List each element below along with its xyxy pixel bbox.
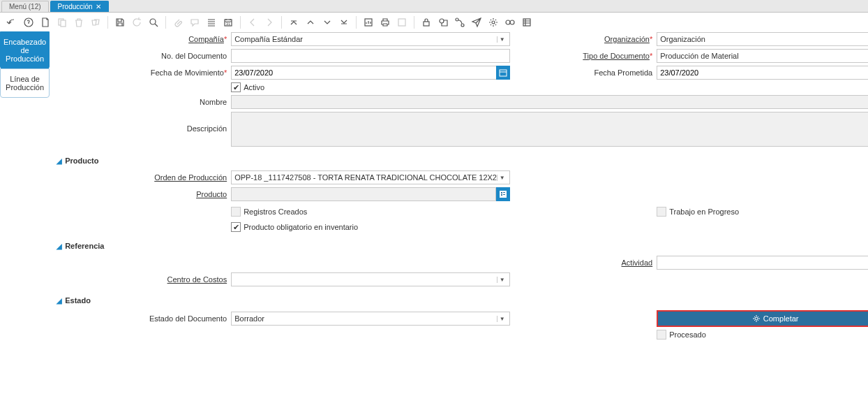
print-preview-icon <box>396 16 408 29</box>
label-descripcion: Descripción <box>57 112 231 133</box>
field-nodoc[interactable] <box>231 49 510 63</box>
collapse-icon[interactable]: ◢ <box>57 297 62 305</box>
grid-toggle-icon[interactable] <box>205 16 218 29</box>
svg-point-12 <box>492 21 495 24</box>
checkbox-activo[interactable]: ✔ Activo <box>231 82 264 92</box>
sidebar-tab-encabezado[interactable]: Encabezado de Producción <box>0 31 50 69</box>
report-icon[interactable] <box>362 16 375 29</box>
svg-point-14 <box>510 20 514 24</box>
nav-up-icon[interactable] <box>304 16 317 29</box>
checkbox-prodoblig[interactable]: ✔ Producto obligatorio en inventario <box>231 222 358 232</box>
label-fechaprom: Fecha Prometida <box>510 68 657 77</box>
undo-icon[interactable] <box>6 16 18 29</box>
button-completar[interactable]: Completar <box>657 310 868 327</box>
svg-rect-16 <box>500 70 507 76</box>
section-producto[interactable]: ◢ Producto <box>57 155 868 166</box>
print-icon[interactable] <box>379 16 391 29</box>
label-regcreados: Registros Creados <box>244 207 307 216</box>
delete-icon <box>73 16 85 29</box>
svg-rect-7 <box>398 19 405 26</box>
chevron-down-icon[interactable]: ▼ <box>497 316 507 322</box>
label-organizacion: Organización* <box>510 35 657 43</box>
label-nodoc: No. del Documento <box>57 52 231 60</box>
svg-point-9 <box>440 19 444 23</box>
lock-icon[interactable] <box>420 16 433 29</box>
label-ordenprod: Orden de Producción <box>57 173 231 182</box>
svg-rect-21 <box>501 194 502 196</box>
info-icon[interactable] <box>504 16 516 29</box>
separator <box>281 16 282 29</box>
separator <box>356 16 357 29</box>
field-compania[interactable]: Compañía Estándar▼ <box>231 32 510 46</box>
svg-rect-2 <box>61 20 66 27</box>
close-icon[interactable]: ✕ <box>96 3 101 10</box>
label-prodoblig: Producto obligatorio en inventario <box>244 223 358 231</box>
sidebar-tab-linea[interactable]: Línea de Producción <box>0 68 50 98</box>
label-activo: Activo <box>244 83 264 92</box>
field-fechaprom[interactable] <box>657 66 868 80</box>
label-nombre: Nombre <box>57 98 231 106</box>
field-nombre[interactable] <box>231 95 868 109</box>
svg-text:31: 31 <box>226 22 231 26</box>
field-estadodoc[interactable]: Borrador▼ <box>231 312 510 326</box>
checkbox-trabprogreso: Trabajo en Progreso <box>657 207 739 217</box>
csv-icon[interactable] <box>521 16 533 29</box>
field-centrocostos[interactable]: ▼ <box>231 272 510 286</box>
refresh-icon <box>130 16 143 29</box>
nav-down-icon[interactable] <box>321 16 334 29</box>
nav-last-icon[interactable] <box>338 16 350 29</box>
tab-menu[interactable]: Menú (12) <box>1 1 49 12</box>
gear-icon[interactable] <box>487 16 500 29</box>
zoom-icon[interactable] <box>437 16 449 29</box>
tab-produccion[interactable]: Producción ✕ <box>50 1 109 12</box>
chevron-down-icon[interactable]: ▼ <box>497 175 507 181</box>
chat-icon <box>188 16 201 29</box>
chevron-down-icon[interactable]: ▼ <box>497 277 507 283</box>
section-referencia[interactable]: ◢ Referencia <box>57 240 868 251</box>
calendar-picker-icon[interactable] <box>496 66 510 80</box>
separator <box>414 16 414 29</box>
label-fechamov: Fecha de Movimiento* <box>57 68 231 77</box>
field-producto[interactable] <box>231 187 496 201</box>
field-fechamov[interactable] <box>231 66 497 80</box>
label-producto: Producto <box>57 190 231 198</box>
field-ordenprod[interactable]: OPP-18 _1117427508 - TORTA RENATA TRADIC… <box>231 170 510 184</box>
svg-point-13 <box>506 20 510 24</box>
new-icon[interactable] <box>39 16 52 29</box>
checkbox-regcreados: Registros Creados <box>231 207 307 217</box>
svg-point-3 <box>150 19 156 24</box>
attach-icon <box>172 16 184 29</box>
svg-rect-22 <box>503 194 505 195</box>
workflow-icon[interactable] <box>454 16 466 29</box>
search-icon[interactable] <box>147 16 160 29</box>
label-centrocostos: Centro de Costos <box>57 275 231 284</box>
chevron-down-icon[interactable]: ▼ <box>497 36 507 43</box>
field-descripcion[interactable] <box>231 112 868 147</box>
calendar-icon[interactable]: 31 <box>222 16 234 29</box>
request-icon[interactable] <box>470 16 483 29</box>
collapse-icon[interactable]: ◢ <box>57 157 62 165</box>
help-icon[interactable] <box>22 16 35 29</box>
svg-point-10 <box>456 18 458 21</box>
nav-first-icon[interactable] <box>287 16 300 29</box>
svg-point-11 <box>461 24 464 27</box>
delete-all-icon <box>89 16 102 29</box>
copy-icon <box>56 16 68 29</box>
collapse-icon[interactable]: ◢ <box>57 242 62 250</box>
save-icon[interactable] <box>114 16 126 29</box>
tab-strip: Menú (12) Producción ✕ <box>0 0 868 13</box>
label-tipodoc: Tipo de Documento* <box>510 52 657 60</box>
separator <box>107 16 108 29</box>
field-actividad[interactable]: ▼ <box>657 256 868 270</box>
label-procesado: Procesado <box>669 330 706 339</box>
checkbox-procesado: Procesado <box>657 330 706 340</box>
svg-point-23 <box>755 317 758 320</box>
field-organizacion[interactable]: Organización▼ <box>657 32 868 46</box>
svg-rect-20 <box>503 192 505 193</box>
lookup-icon[interactable] <box>496 187 510 201</box>
form-content: Compañía* Compañía Estándar▼ Organizació… <box>50 32 868 347</box>
nav-next-icon <box>263 16 276 29</box>
field-tipodoc[interactable]: Producción de Material▼ <box>657 49 868 63</box>
label-actividad: Actividad <box>510 258 657 267</box>
section-estado[interactable]: ◢ Estado <box>57 295 868 306</box>
